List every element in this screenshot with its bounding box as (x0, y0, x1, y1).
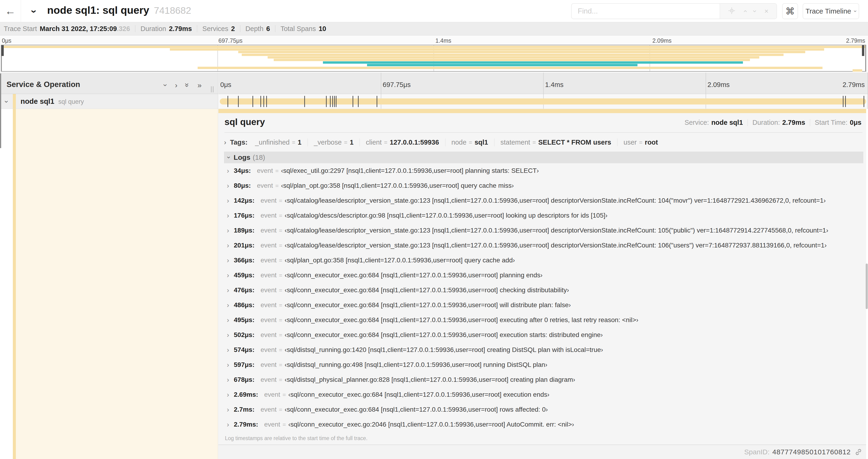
log-entry[interactable]: ›201μs:event=‹sql/catalog/lease/descript… (224, 238, 863, 253)
chevron-down-icon: › (852, 10, 859, 12)
find-input[interactable] (572, 4, 720, 19)
back-button[interactable]: ← (0, 0, 21, 22)
log-timestamp: 476μs: (234, 286, 254, 294)
log-entry[interactable]: ›502μs:event=‹sql/conn_executor_exec.go:… (224, 327, 863, 342)
log-entry[interactable]: ›495μs:event=‹sql/conn_executor_exec.go:… (224, 313, 863, 327)
log-entry[interactable]: ›678μs:event=‹sql/distsql_physical_plann… (224, 372, 863, 387)
clear-search-icon[interactable]: × (765, 8, 769, 15)
span-row: › node sql1 sql query (0, 94, 868, 109)
log-entry[interactable]: ›142μs:event=‹sql/catalog/lease/descript… (224, 193, 863, 208)
equals-sign: = (279, 302, 282, 308)
prev-match-icon[interactable]: › (741, 10, 748, 12)
log-entry[interactable]: ›476μs:event=‹sql/conn_executor_exec.go:… (224, 283, 863, 298)
chevron-right-icon[interactable]: › (227, 182, 234, 190)
collapse-all-icon[interactable]: » (184, 83, 191, 87)
logs-list: ›34μs:event=‹sql/exec_util.go:2297 [nsql… (224, 163, 863, 432)
log-entry[interactable]: ›2.79ms:event=‹sql/conn_executor_exec.go… (224, 417, 863, 432)
viewport-scrubber-left[interactable] (1, 45, 2, 71)
log-value: ‹sql/exec_util.go:2297 [nsql1,client=127… (281, 167, 539, 174)
chevron-right-icon[interactable]: › (227, 301, 234, 309)
tag-item: _verbose=1 (308, 138, 360, 146)
log-key: event (260, 316, 277, 324)
log-mark (238, 96, 239, 107)
equals-sign: = (279, 347, 282, 353)
log-entry[interactable]: ›486μs:event=‹sql/conn_executor_exec.go:… (224, 298, 863, 313)
chevron-right-icon[interactable]: › (227, 331, 234, 339)
log-entry[interactable]: ›366μs:event=‹sql/plan_opt.go:358 [nsql1… (224, 253, 863, 268)
left-scrollbar-thumb[interactable] (0, 73, 1, 148)
chevron-down-icon[interactable]: › (3, 101, 11, 103)
page-title: node sql1: sql query7418682 (47, 4, 191, 16)
equals-sign: = (292, 139, 296, 146)
log-entry[interactable]: ›2.69ms:event=‹sql/conn_executor_exec.go… (224, 387, 863, 402)
chevron-right-icon[interactable]: › (227, 376, 234, 384)
locate-icon[interactable] (728, 7, 736, 15)
chevron-down-icon[interactable]: › (28, 10, 40, 13)
chevron-right-icon[interactable]: › (227, 361, 234, 369)
detail-left-column (0, 109, 218, 459)
right-scrollbar-thumb[interactable] (866, 264, 868, 309)
log-mark (326, 96, 327, 107)
trace-minimap[interactable]: 0μs 697.75μs 1.4ms 2.09ms 2.79ms (0, 35, 868, 72)
span-id-row: SpanID: 4877749850101760812 (218, 445, 866, 459)
log-entry[interactable]: ›574μs:event=‹sql/distsql_running.go:142… (224, 342, 863, 357)
log-entry[interactable]: ›176μs:event=‹sql/catalog/descs/descript… (224, 208, 863, 223)
chevron-right-icon[interactable]: › (227, 316, 234, 324)
logs-header[interactable]: › Logs (18) (224, 152, 863, 163)
log-value: ‹sql/plan_opt.go:358 [nsql1,client=127.0… (281, 182, 514, 189)
log-key: event (260, 257, 277, 264)
chevron-right-icon[interactable]: › (227, 391, 234, 399)
chevron-right-icon[interactable]: › (227, 167, 234, 175)
chevron-right-icon[interactable]: › (227, 271, 234, 279)
keyboard-shortcuts-button[interactable]: ⌘ (782, 3, 798, 19)
chevron-right-icon[interactable]: › (227, 286, 234, 294)
jaeger-trace-page: ← › node sql1: sql query7418682 › › × ⌘ … (0, 0, 868, 459)
log-mark (845, 96, 846, 107)
expand-all-icon[interactable]: » (197, 81, 202, 89)
log-timestamp: 597μs: (234, 361, 254, 368)
next-match-icon[interactable]: › (751, 10, 758, 12)
span-row-timeline-cell[interactable] (218, 94, 868, 109)
chevron-right-icon[interactable]: › (227, 421, 234, 428)
equals-sign: = (279, 227, 282, 234)
chevron-right-icon[interactable]: › (227, 256, 234, 264)
log-entry[interactable]: ›2.7ms:event=‹sql/conn_executor_exec.go:… (224, 402, 863, 417)
log-entry[interactable]: ›80μs:event=‹sql/plan_opt.go:358 [nsql1,… (224, 178, 863, 193)
viewport-scrubber-right[interactable] (865, 45, 866, 71)
chevron-right-icon[interactable]: › (227, 241, 234, 249)
tag-key: client (366, 138, 382, 146)
expand-one-icon[interactable]: › (175, 81, 178, 89)
log-entry[interactable]: ›34μs:event=‹sql/exec_util.go:2297 [nsql… (224, 163, 863, 178)
timeline-tick-label: 0μs (220, 81, 231, 89)
chevron-right-icon[interactable]: › (227, 346, 234, 354)
minimap-tick-label: 2.09ms (652, 37, 672, 44)
equals-sign: = (279, 332, 282, 338)
tags-row[interactable]: › Tags: _unfinished=1_verbose=1client=12… (223, 135, 862, 149)
log-entry[interactable]: ›597μs:event=‹sql/distsql_running.go:498… (224, 357, 863, 372)
chevron-right-icon[interactable]: › (227, 197, 234, 204)
link-icon[interactable] (855, 448, 862, 456)
divider (224, 132, 862, 133)
meta-label: Trace Start (4, 25, 37, 33)
log-value: ‹sql/catalog/lease/descriptor_version_st… (285, 242, 827, 249)
duration-label: Duration: (752, 119, 780, 126)
collapse-controls: › › » » (164, 81, 202, 89)
chevron-right-icon[interactable]: › (227, 226, 234, 234)
log-entry[interactable]: ›459μs:event=‹sql/conn_executor_exec.go:… (224, 268, 863, 283)
span-row-service-cell[interactable]: › node sql1 sql query (0, 94, 218, 109)
meta-total-spans: Total Spans 10 (280, 25, 326, 33)
minimap-canvas[interactable] (1, 45, 866, 72)
span-service-name: node sql1 (21, 97, 54, 106)
column-resizer[interactable] (210, 86, 215, 92)
chevron-right-icon[interactable]: › (227, 405, 234, 414)
log-entry[interactable]: ›189μs:event=‹sql/catalog/lease/descript… (224, 223, 863, 238)
trace-view-dropdown[interactable]: Trace Timeline › (803, 3, 859, 19)
log-mark (843, 96, 843, 107)
equals-sign: = (532, 139, 536, 146)
timeline-ticks-header: 0μs 697.75μs 1.4ms 2.09ms 2.79ms (218, 72, 868, 94)
equals-sign: = (275, 167, 279, 174)
collapse-one-icon[interactable]: › (162, 84, 169, 87)
log-key: event (260, 346, 277, 354)
service-operation-header: Service & Operation (6, 80, 80, 89)
chevron-right-icon[interactable]: › (227, 211, 234, 220)
